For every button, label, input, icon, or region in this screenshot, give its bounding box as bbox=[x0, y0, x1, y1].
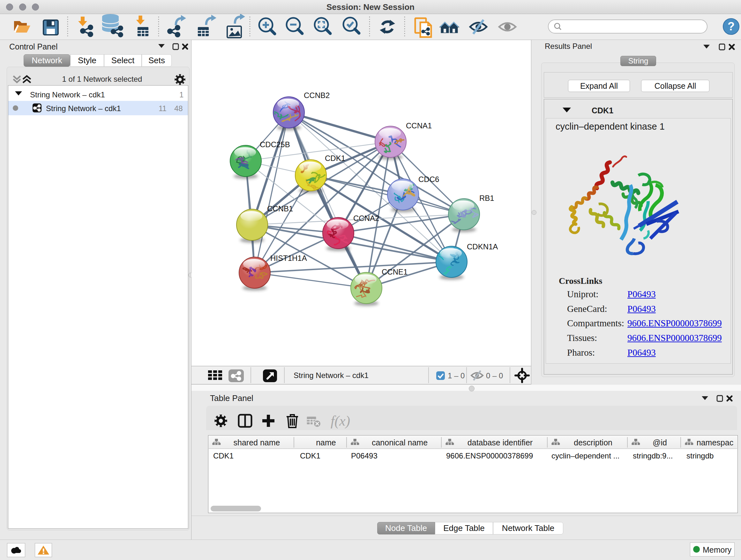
svg-text:CCNA1: CCNA1 bbox=[406, 121, 432, 130]
svg-text:CDC25B: CDC25B bbox=[260, 140, 290, 149]
svg-text:CDKN1A: CDKN1A bbox=[467, 242, 498, 251]
svg-text:CCNB2: CCNB2 bbox=[304, 91, 330, 100]
svg-text:CDK1: CDK1 bbox=[325, 154, 345, 163]
svg-text:f(x): f(x) bbox=[331, 413, 350, 429]
svg-text:CCNB1: CCNB1 bbox=[267, 204, 293, 213]
svg-text:CDC6: CDC6 bbox=[418, 175, 439, 184]
svg-text:CCNE1: CCNE1 bbox=[382, 267, 408, 276]
svg-text:RB1: RB1 bbox=[479, 194, 494, 202]
svg-text:?: ? bbox=[728, 20, 735, 33]
svg-text:CCNA2: CCNA2 bbox=[353, 214, 379, 223]
svg-text:HIST1H1A: HIST1H1A bbox=[270, 254, 307, 262]
